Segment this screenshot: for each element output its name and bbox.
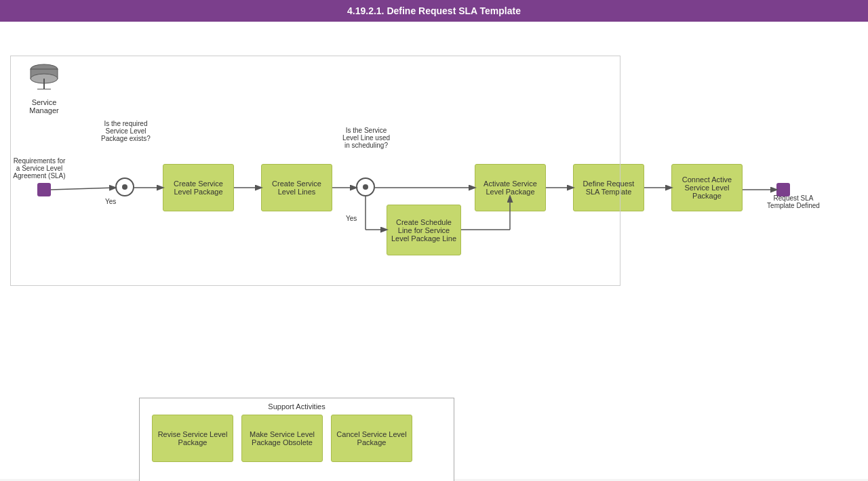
gateway1-label: Is the required Service Level Package ex… — [100, 120, 151, 142]
gateway2-label: Is the Service Level Line used in schedu… — [339, 127, 393, 149]
actor: Service Manager — [20, 62, 68, 114]
support-item-revise[interactable]: Revise Service Level Package — [152, 415, 233, 462]
end-label: Request SLA Template Defined — [766, 194, 821, 209]
svg-line-5 — [51, 188, 115, 190]
box-connect-slp[interactable]: Connect Active Service Level Package — [671, 164, 743, 211]
gateway1 — [115, 177, 134, 196]
page-header: 4.19.2.1. Define Request SLA Template — [0, 0, 868, 22]
box-create-slp[interactable]: Create Service Level Package — [163, 164, 234, 211]
actor-icon — [20, 62, 68, 96]
main-area: Service Manager Requirements for a Servi… — [0, 22, 868, 479]
start-label: Requirements for a Service Level Agreeme… — [12, 157, 66, 180]
start-event — [37, 183, 51, 196]
support-item-obsolete[interactable]: Make Service Level Package Obsolete — [241, 415, 323, 462]
box-define-sla[interactable]: Define Request SLA Template — [573, 164, 644, 211]
gateway2-inner — [363, 184, 368, 190]
box-create-schedule[interactable]: Create Schedule Line for Service Level P… — [387, 205, 461, 255]
box-activate-slp[interactable]: Activate Service Level Package — [475, 164, 546, 211]
gateway1-inner — [122, 184, 127, 190]
page-title: 4.19.2.1. Define Request SLA Template — [347, 5, 521, 16]
support-activities-box: Support Activities Revise Service Level … — [139, 398, 454, 481]
yes2-label: Yes — [346, 215, 357, 222]
support-title: Support Activities — [140, 398, 454, 415]
support-item-cancel[interactable]: Cancel Service Level Package — [331, 415, 412, 462]
yes1-label: Yes — [105, 198, 116, 205]
gateway2 — [356, 177, 375, 196]
box-create-sll[interactable]: Create Service Level Lines — [261, 164, 332, 211]
actor-label: Service Manager — [20, 98, 68, 114]
support-items: Revise Service Level Package Make Servic… — [140, 415, 454, 462]
